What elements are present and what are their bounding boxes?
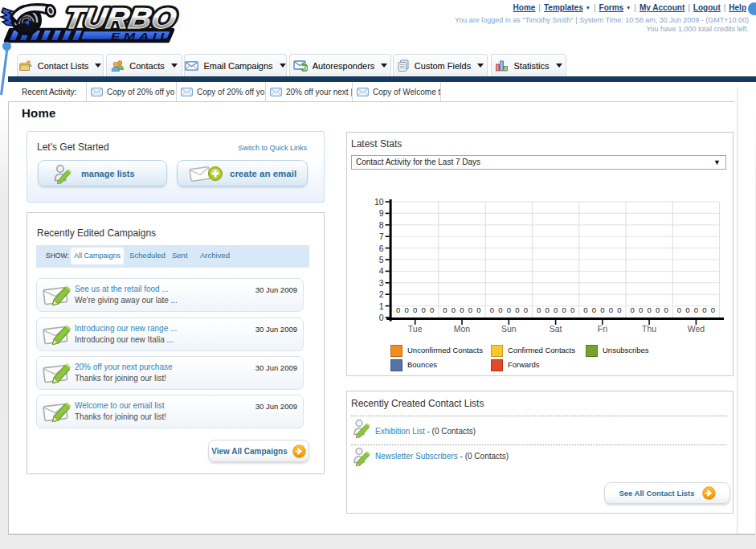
- svg-text:0: 0: [468, 305, 472, 314]
- svg-text:0: 0: [545, 305, 549, 314]
- svg-text:0: 0: [656, 305, 660, 314]
- svg-text:0: 0: [609, 305, 613, 314]
- svg-text:Sun: Sun: [501, 324, 517, 334]
- svg-text:0: 0: [476, 305, 480, 314]
- svg-text:Tue: Tue: [408, 324, 423, 334]
- svg-text:0: 0: [460, 305, 464, 314]
- svg-text:0: 0: [702, 305, 706, 314]
- svg-text:10: 10: [374, 197, 384, 207]
- svg-text:0: 0: [647, 305, 651, 314]
- svg-text:0: 0: [677, 305, 681, 314]
- svg-text:0: 0: [694, 305, 698, 314]
- svg-text:0: 0: [422, 305, 426, 314]
- svg-text:0: 0: [379, 313, 384, 322]
- svg-text:0: 0: [452, 305, 456, 314]
- svg-text:0: 0: [443, 305, 447, 314]
- svg-text:0: 0: [537, 305, 541, 314]
- svg-text:6: 6: [379, 244, 384, 253]
- svg-text:0: 0: [711, 305, 715, 314]
- svg-text:0: 0: [600, 305, 604, 314]
- svg-text:5: 5: [379, 255, 384, 264]
- svg-text:Wed: Wed: [688, 324, 705, 334]
- svg-text:0: 0: [562, 305, 566, 314]
- svg-text:0: 0: [413, 305, 417, 314]
- svg-text:2: 2: [379, 289, 384, 299]
- svg-text:1: 1: [379, 301, 384, 311]
- svg-text:Sat: Sat: [550, 324, 562, 334]
- svg-text:TURBO: TURBO: [62, 2, 178, 35]
- svg-text:0: 0: [583, 305, 587, 314]
- svg-text:0: 0: [554, 305, 558, 314]
- svg-text:0: 0: [507, 305, 511, 314]
- svg-text:0: 0: [617, 305, 621, 314]
- svg-text:4: 4: [379, 266, 384, 276]
- svg-text:0: 0: [685, 305, 689, 314]
- svg-text:0: 0: [430, 305, 434, 314]
- svg-text:8: 8: [379, 220, 384, 230]
- svg-text:7: 7: [379, 231, 384, 241]
- svg-text:0: 0: [592, 305, 596, 314]
- svg-text:0: 0: [498, 305, 502, 314]
- svg-text:0: 0: [630, 305, 634, 314]
- svg-text:0: 0: [570, 305, 574, 314]
- svg-text:0: 0: [664, 305, 668, 314]
- svg-text:0: 0: [524, 305, 528, 314]
- svg-text:0: 0: [405, 305, 409, 314]
- svg-text:0: 0: [639, 305, 643, 314]
- svg-text:Mon: Mon: [454, 324, 471, 334]
- svg-text:0: 0: [396, 305, 400, 314]
- svg-text:3: 3: [379, 278, 384, 288]
- svg-text:0: 0: [490, 305, 494, 314]
- svg-text:Thu: Thu: [642, 324, 656, 334]
- svg-text:0: 0: [515, 305, 519, 314]
- svg-text:9: 9: [379, 208, 384, 218]
- svg-text:Fri: Fri: [598, 324, 607, 334]
